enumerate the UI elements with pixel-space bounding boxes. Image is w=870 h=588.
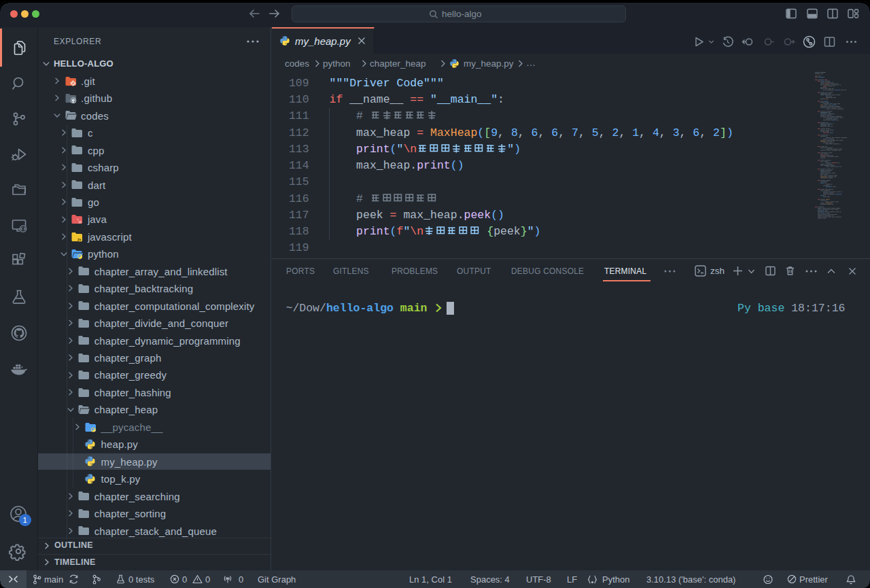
svg-text:js: js <box>77 237 82 241</box>
